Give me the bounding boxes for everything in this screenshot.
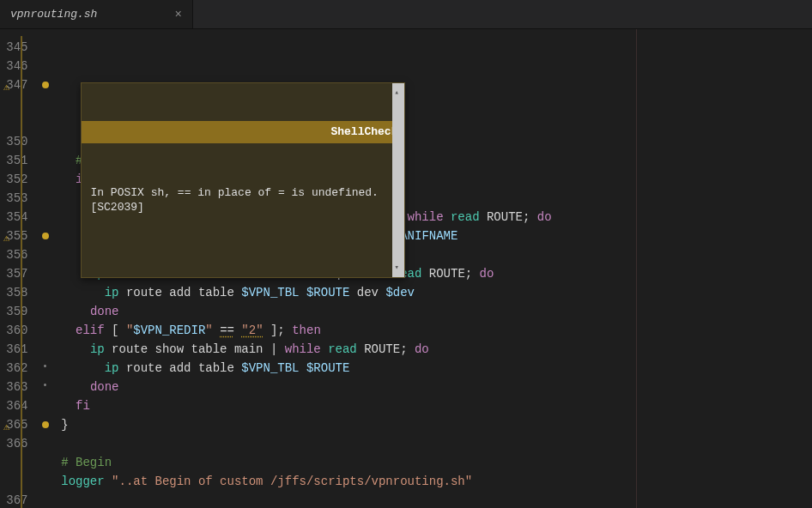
line-number: 365 [6,415,27,434]
line-number: 357 [6,264,27,283]
editor-area: ⚠⚠⚠ 345346347350351352353354355356357358… [0,29,812,508]
line-number: 347 [6,76,27,94]
warning-margin: ⚠⚠⚠ [0,29,6,508]
line-number: 359 [6,302,27,321]
line-number: 367 [6,491,27,508]
annotation-margin: •• [39,29,46,508]
line-number: 355 [6,227,27,245]
line-number: 350 [6,132,27,151]
warning-icon: ⚠ [3,233,9,245]
code-content[interactable]: ShellCheck In POSIX sh, == in place of =… [46,29,812,508]
code-line[interactable]: done [46,302,812,321]
line-number [6,453,27,472]
code-line[interactable]: } [46,415,812,434]
warning-icon: ⚠ [3,421,9,433]
line-number [6,472,27,491]
code-line[interactable]: logger "..at Begin of custom /jffs/scrip… [46,472,812,491]
lint-tooltip: ShellCheck In POSIX sh, == in place of =… [81,82,405,278]
code-line[interactable] [46,434,812,453]
editor-tab-active[interactable]: vpnrouting.sh × [0,0,193,28]
chevron-down-icon[interactable]: ▾ [394,258,398,277]
line-number: 354 [6,208,27,227]
line-number: 346 [6,57,27,76]
line-number: 352 [6,170,27,189]
warning-icon: ⚠ [3,82,9,94]
line-number: 366 [6,434,27,453]
line-number: 362 [6,359,27,378]
code-line[interactable]: done [46,378,812,396]
line-number: 353 [6,189,27,208]
line-number: 345 [6,38,27,57]
line-number: 356 [6,245,27,264]
code-line[interactable]: elif [ "$VPN_REDIR" == "2" ]; then [46,321,812,340]
tab-bar: vpnrouting.sh × [0,0,812,29]
chevron-up-icon[interactable]: ▴ [394,83,398,102]
lint-message: In POSIX sh, == in place of = is undefin… [82,181,404,221]
line-number: 364 [6,396,27,415]
fold-accent-line [21,36,22,508]
code-line[interactable]: # Begin [46,453,812,472]
code-line[interactable]: fi [46,396,812,415]
line-number: 363 [6,378,27,396]
line-number [6,94,27,113]
code-line[interactable]: ip route add table $VPN_TBL $ROUTE dev $… [46,283,812,302]
close-icon[interactable]: × [174,8,181,21]
line-number [6,113,27,132]
line-number-gutter: 3453463473503513523533543553563573583593… [6,29,39,508]
lint-scrollbar[interactable]: ▴ ▾ [392,83,404,277]
line-number: 361 [6,340,27,359]
line-number: 360 [6,321,27,340]
code-line[interactable]: ip route add table $VPN_TBL $ROUTE [46,359,812,378]
code-line[interactable]: ip route show table main | while read RO… [46,340,812,359]
code-line[interactable] [46,491,812,508]
lint-source-label: ShellCheck [82,121,404,143]
tab-filename: vpnrouting.sh [10,8,97,21]
line-number: 351 [6,151,27,170]
line-number: 358 [6,283,27,302]
